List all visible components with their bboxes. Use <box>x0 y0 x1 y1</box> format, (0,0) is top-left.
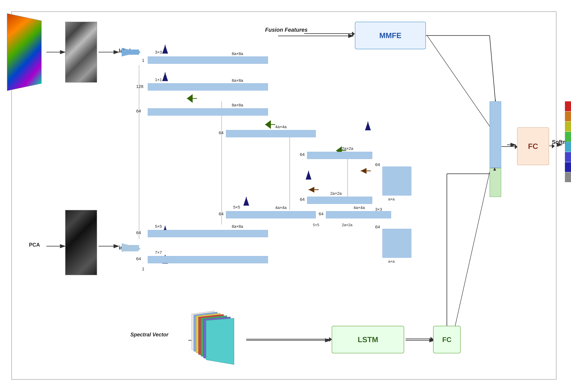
dim-64-low1: 64 <box>300 197 305 202</box>
combined-to-fc-line <box>501 146 516 147</box>
fusion-features-label: Fusion Features <box>265 27 308 33</box>
dim-64-bot-a: 64 <box>136 230 141 235</box>
output-color-stack <box>565 101 571 182</box>
svg-line-6 <box>427 36 492 130</box>
dim-64-l4b: 64 <box>375 224 380 229</box>
label-arrow <box>122 50 141 55</box>
size-8a8a-2: 8a×8a <box>232 78 243 83</box>
svg-marker-18 <box>162 45 168 54</box>
conv-1x1-label: 1×1 <box>155 77 162 82</box>
fc-to-softmax-arrow <box>552 144 555 148</box>
bar-bot-b <box>148 256 268 263</box>
svg-marker-52 <box>495 100 496 101</box>
svg-marker-32 <box>187 94 193 103</box>
filtered-image <box>65 22 97 83</box>
combined-col-blue <box>490 101 501 168</box>
dim-128: 128 <box>136 84 143 89</box>
dim-64-l4a: 64 <box>375 162 380 167</box>
combined-col-green <box>490 168 501 197</box>
bar-top-2 <box>148 83 268 90</box>
diagram-container: Guided Filter label 1 3×3 8a×8a 128 1×1 … <box>0 0 571 392</box>
guided-filter-image <box>7 13 42 91</box>
bar-low1 <box>307 197 372 204</box>
svg-marker-30 <box>365 122 371 130</box>
svg-marker-40 <box>309 187 314 193</box>
conv-5x5-label-2: 5×5 <box>233 205 240 210</box>
fc-salmon-box: FC <box>517 127 549 165</box>
dim-64-low2a: 64 <box>219 211 224 216</box>
bar-l4b-square <box>382 229 411 258</box>
spectral-to-lstm-line <box>246 339 330 339</box>
bar-low2a <box>226 211 316 218</box>
size-8a8a-3: 8a×8a <box>232 103 243 107</box>
fusion-to-mmfe-arrow <box>352 32 355 36</box>
fc-green-box: FC <box>433 326 461 353</box>
conv-5x5-label-bot: 5×5 <box>155 224 162 229</box>
size-4a4a-2: 4a×4a <box>275 205 287 210</box>
size-8a8a-1: 8a×8a <box>232 51 243 56</box>
lstm-box: LSTM <box>332 326 404 353</box>
svg-line-8 <box>452 159 492 340</box>
svg-marker-26 <box>243 197 249 206</box>
dim-64-l3: 64 <box>300 152 305 157</box>
spectral-to-lstm-arrow <box>329 337 332 342</box>
lstm-to-fc-arrow <box>430 337 433 341</box>
size-axa-1: a×a <box>388 197 395 201</box>
spectral-stack <box>191 308 234 358</box>
lstm-to-fc-line <box>406 338 432 339</box>
dim-64-low2b: 64 <box>319 211 323 216</box>
mmfe-box: MMFE <box>355 22 426 49</box>
bar-top-3 <box>148 108 268 115</box>
bar-l4a-square <box>382 167 411 196</box>
bar-bot-a <box>148 230 268 237</box>
size-2a2a-low1: 2a×2a <box>330 191 342 196</box>
bar-l3 <box>307 152 372 159</box>
bar-low2b <box>326 211 391 218</box>
size-2a2a-1: 2a×2a <box>342 146 353 151</box>
size-axa-2: a×a <box>388 259 395 264</box>
svg-line-51 <box>490 35 495 101</box>
dim-64-bot-b: 64 <box>136 256 141 261</box>
svg-marker-28 <box>306 171 312 180</box>
size-8a8a-bot-a: 8a×8a <box>232 224 243 229</box>
size-4a4a-3: 4a×4a <box>353 205 365 210</box>
pca-label: PCA <box>29 242 40 248</box>
dim-1-bottom: 1 <box>142 266 144 271</box>
svg-marker-20 <box>162 72 168 81</box>
fusion-to-mmfe-line <box>304 33 353 34</box>
conv-7x7-label: 7×7 <box>155 250 162 255</box>
dim-1-top: 1 <box>142 58 144 63</box>
spectral-vector-label: Spectral Vector <box>130 332 169 338</box>
svg-marker-34 <box>265 120 271 129</box>
input-arrow <box>122 246 141 252</box>
size-2a2a-low2: 2a×2a <box>342 223 352 227</box>
dim-64-l2: 64 <box>219 130 224 135</box>
conv-3x3-label-1: 3×3 <box>155 50 162 55</box>
dim-64-top: 64 <box>136 109 141 113</box>
svg-marker-42 <box>361 168 367 174</box>
size-5x5-mid: 5×5 <box>313 223 319 227</box>
pca-image <box>65 210 97 275</box>
size-4a4a-1: 4a×4a <box>275 125 287 129</box>
bar-top-1 <box>148 56 268 64</box>
bar-l2 <box>226 130 316 137</box>
